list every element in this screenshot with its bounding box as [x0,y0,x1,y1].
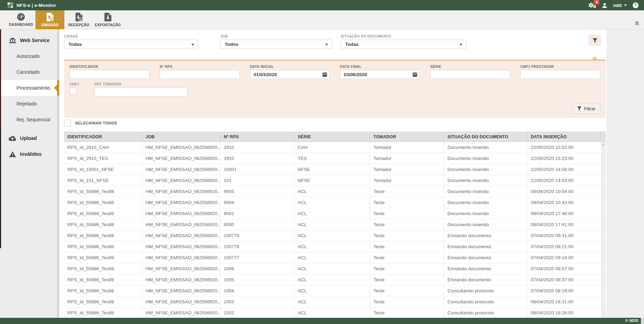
column-header-identificador[interactable]: IDENTIFICADOR [64,132,142,142]
gauge-icon [17,12,25,21]
table-cell: Documento inserido [444,197,527,208]
table-cell: Enviando documento [444,241,527,252]
field-cpf-tomador: CPF TOMADOR [94,82,187,97]
table-cell: RPS_Id_101_NFSE [64,175,142,186]
table-cell: Teste [370,296,444,307]
table-row[interactable]: RPS_Id_55686_Tes88 HM_NFSE_EMISSAO_06255… [64,241,601,252]
situacao-select[interactable]: Todas [341,40,466,49]
job-select[interactable]: Todos [220,40,332,49]
table-row[interactable]: RPS_Id_55686_Tes88 HM_NFSE_EMISSAO_06255… [64,274,601,285]
collapse-toolbar-button[interactable] [635,21,639,27]
field-cnpj-prestador: CNPJ PRESTADOR [520,65,600,79]
table-cell: Tomador [370,164,444,175]
table-cell: RPS_Id_55686_Tes88 [64,230,142,241]
services-button[interactable]: 4 [588,2,596,9]
tab-dashboard[interactable]: DASHBOARD [7,10,35,29]
table-row[interactable]: RPS_Id_55686_Tes88 HM_NFSE_EMISSAO_06255… [64,230,601,241]
sidebar-item-rej-sequencial[interactable]: Rej. Sequencial [0,112,57,128]
sidebar-item-rejeitado[interactable]: Rejeitado [0,96,57,112]
column-header-tomador[interactable]: TOMADOR [370,132,444,142]
user-icon[interactable] [602,3,607,8]
table-row[interactable]: RPS_Id_55686_Tes88 HM_NFSE_EMISSAO_06255… [64,208,601,219]
table-cell: RPS_Id_55686_Tes88 [64,197,142,208]
table-cell: HM_NFSE_EMISSAO_062556920... [142,263,220,274]
document-emit-icon [46,12,54,22]
table-cell: Documento inserido [444,153,527,164]
table-cell: HM_NFSE_EMISSAO_062556920... [142,285,220,296]
filter-toggle-button[interactable] [589,35,601,46]
column-header-n-rps[interactable]: Nº RPS [220,132,294,142]
table-row[interactable]: RPS_Id_55686_Tes88 HM_NFSE_EMISSAO_06255… [64,307,601,318]
table-cell: Teste [370,208,444,219]
table-cell: Consultando protocolo [444,285,527,296]
table-cell: 07/04/2020 08:57:00 [527,263,601,274]
table-cell: 1004 [220,285,294,296]
cnpj-checkbox[interactable] [70,88,76,94]
table-cell: Documento inserido [444,219,527,230]
table-cell: Documento inserido [444,142,527,153]
table-cell: HM_NFSE_EMISSAO_062556920... [142,164,220,175]
table-body: RPS_Id_2910_CAH HM_NFSE_EMISSAO_06255692… [64,142,601,318]
cpf-tomador-input[interactable] [94,88,187,97]
table-cell: 101 [220,175,294,186]
table-cell: Teste [370,230,444,241]
sidebar-item-autorizado[interactable]: Autorizado [0,48,57,64]
cnpj-prestador-input[interactable] [520,70,600,79]
table-scrollbar[interactable] [601,142,606,318]
column-header-data-insercao[interactable]: DATA INSERÇÃO [527,132,601,142]
serie-input[interactable] [430,70,510,79]
tab-emissao[interactable]: EMISSÃO [35,10,64,29]
table-row[interactable]: RPS_Id_55686_Tes88 HM_NFSE_EMISSAO_06255… [64,263,601,274]
table-cell: Teste [370,307,444,318]
tab-exportacao[interactable]: EXPORTAÇÃO [93,10,122,29]
table-row[interactable]: RPS_Id_10001_NFSE HM_NFSE_EMISSAO_062556… [64,164,601,175]
app-title: NFS-e | e-Monitor [17,3,56,8]
table-cell: HM_NFSE_EMISSAO_062556920... [142,252,220,263]
sidebar-item-web-service[interactable]: Web Service [0,32,57,48]
column-header-job[interactable]: JOB [142,132,220,142]
table-cell: 10001 [220,164,294,175]
chevron-down-icon [191,44,194,45]
table-cell: ACL [294,263,370,274]
table-row[interactable]: RPS_Id_55686_Tes88 HM_NFSE_EMISSAO_06255… [64,197,601,208]
table-cell: ACL [294,208,370,219]
table-cell: TES [294,153,370,164]
help-button[interactable]: ? [633,2,638,8]
identificador-input[interactable] [70,70,149,79]
table-row[interactable]: RPS_Id_2910_CAH HM_NFSE_EMISSAO_06255692… [64,142,601,153]
table-cell: Teste [370,252,444,263]
table-cell: ACL [294,252,370,263]
table-cell: Teste [370,197,444,208]
user-menu[interactable]: ndd [613,3,627,8]
select-all-checkbox[interactable] [64,120,71,126]
column-header-situacao[interactable]: SITUAÇÃO DO DOCUMENTO [444,132,527,142]
sidebar-item-processamento[interactable]: Processamento [0,80,57,96]
data-inicial-input[interactable] [250,70,330,79]
table-row[interactable]: RPS_Id_101_NFSE HM_NFSE_EMISSAO_06255692… [64,175,601,186]
table-row[interactable]: RPS_Id_55686_Tes88 HM_NFSE_EMISSAO_06255… [64,252,601,263]
table-row[interactable]: RPS_Id_55686_Tes88 HM_NFSE_EMISSAO_06255… [64,186,601,197]
header-scrollbar-gap [601,132,606,142]
sidebar-item-invalidos[interactable]: Inválidos [0,146,57,162]
tab-recepcao[interactable]: RECEPÇÃO [64,10,93,29]
table-row[interactable]: RPS_Id_55686_Tes88 HM_NFSE_EMISSAO_06255… [64,296,601,307]
filtrar-button[interactable]: Filtrar [572,103,600,114]
topbar-actions: 4 ndd ? [588,0,638,10]
data-final-input[interactable] [340,70,420,79]
n-rps-input[interactable] [160,70,240,79]
table-cell: 22/05/2020 14:58:00 [527,164,601,175]
table-cell: NFSE [294,175,370,186]
sidebar-scrollbar[interactable] [57,29,59,318]
table-cell: 22/05/2020 15:23:00 [527,153,601,164]
table-row[interactable]: RPS_Id_2910_TES HM_NFSE_EMISSAO_06255692… [64,153,601,164]
table-row[interactable]: RPS_Id_55686_Tes88 HM_NFSE_EMISSAO_06255… [64,285,601,296]
cidade-select[interactable]: Todas [64,40,198,49]
window-edge-artifact [0,29,1,248]
table-row[interactable]: RPS_Id_55686_Tes88 HM_NFSE_EMISSAO_06255… [64,219,601,230]
table-cell: 07/04/2020 08:37:00 [527,274,601,285]
sidebar-item-cancelado[interactable]: Cancelado [0,64,57,80]
column-header-serie[interactable]: SÉRIE [294,132,370,142]
table-cell: RPS_Id_10001_NFSE [64,164,142,175]
table-header: IDENTIFICADOR JOB Nº RPS SÉRIE TOMADOR S… [64,132,606,142]
sidebar-item-upload[interactable]: Upload [0,130,57,146]
